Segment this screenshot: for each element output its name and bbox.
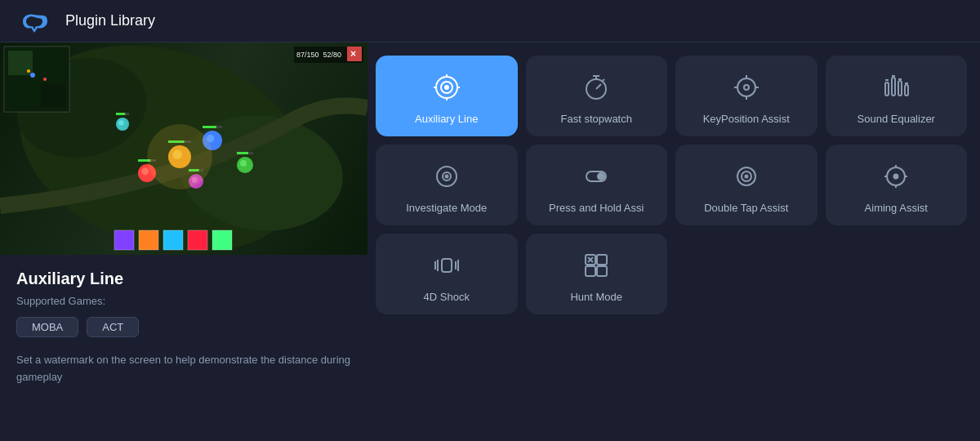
auxiliary-line-icon <box>430 70 464 105</box>
plugin-card-4d-shock[interactable]: 4D Shock <box>376 234 518 314</box>
plugin-card-hunt-mode[interactable]: Hunt Mode <box>526 234 668 314</box>
plugin-card-fast-stopwatch[interactable]: Fast stopwatch <box>526 56 668 136</box>
plugin-card-double-tap-assist[interactable]: Double Tap Assist <box>675 145 817 225</box>
hunt-mode-label: Hunt Mode <box>534 291 660 303</box>
svg-point-39 <box>894 175 898 179</box>
grid-row-2: 4D Shock Hunt Mode <box>376 234 967 314</box>
sound-equalizer-icon <box>879 70 913 105</box>
plugin-card-keyposition-assist[interactable]: KeyPosition Assist <box>675 56 817 136</box>
plugin-card-sound-equalizer[interactable]: Sound Equalizer <box>826 56 968 136</box>
4d-shock-icon <box>430 248 464 283</box>
game-canvas <box>0 42 368 255</box>
plugin-card-auxiliary-line[interactable]: Auxiliary Line <box>376 56 518 136</box>
page-title: Plugin Library <box>65 12 155 29</box>
svg-point-33 <box>745 176 747 178</box>
auxiliary-line-label: Auxiliary Line <box>384 113 510 125</box>
plugin-description: Set a watermark on the screen to help de… <box>16 352 351 386</box>
sound-equalizer-label: Sound Equalizer <box>834 113 960 125</box>
main-content: Auxiliary Line Supported Games: MOBA ACT… <box>0 42 980 441</box>
empty-slot-2-2 <box>675 234 817 314</box>
svg-rect-20 <box>898 81 902 96</box>
tag-moba[interactable]: MOBA <box>16 317 78 337</box>
svg-rect-19 <box>892 78 895 96</box>
keyposition-assist-icon <box>729 70 764 105</box>
plugin-card-investigate-mode[interactable]: Investigate Mode <box>376 145 518 225</box>
supported-label: Supported Games: <box>16 295 351 307</box>
plugin-card-aiming-assist[interactable]: Aiming Assist <box>826 145 968 225</box>
aiming-assist-label: Aiming Assist <box>834 202 960 214</box>
svg-point-30 <box>598 173 604 180</box>
grid-row-0: Auxiliary Line Fast stopwatch KeyPositio… <box>376 56 967 136</box>
game-preview <box>0 42 368 255</box>
logo <box>16 7 52 36</box>
svg-point-28 <box>445 176 448 178</box>
tag-act[interactable]: ACT <box>87 317 139 337</box>
plugin-grid: Auxiliary Line Fast stopwatch KeyPositio… <box>368 42 980 441</box>
svg-rect-21 <box>905 85 908 96</box>
svg-rect-47 <box>586 266 595 276</box>
plugin-info: Auxiliary Line Supported Games: MOBA ACT… <box>0 255 368 401</box>
svg-rect-40 <box>442 259 452 272</box>
svg-rect-46 <box>597 255 607 265</box>
keyposition-assist-label: KeyPosition Assist <box>684 113 809 125</box>
plugin-card-press-hold-assist[interactable]: Press and Hold Assi <box>526 145 668 225</box>
svg-point-17 <box>744 85 749 90</box>
press-hold-assist-label: Press and Hold Assi <box>534 202 660 214</box>
double-tap-assist-label: Double Tap Assist <box>684 202 809 214</box>
fast-stopwatch-label: Fast stopwatch <box>534 113 660 125</box>
plugin-name: Auxiliary Line <box>16 270 351 288</box>
hunt-mode-icon <box>579 248 613 283</box>
game-tags: MOBA ACT <box>16 317 351 337</box>
press-hold-assist-icon <box>579 159 613 194</box>
4d-shock-label: 4D Shock <box>384 291 510 303</box>
left-panel: Auxiliary Line Supported Games: MOBA ACT… <box>0 42 368 441</box>
svg-point-2 <box>445 86 448 89</box>
investigate-mode-label: Investigate Mode <box>384 202 510 214</box>
header: Plugin Library <box>0 0 980 42</box>
svg-line-11 <box>603 79 604 81</box>
aiming-assist-icon <box>879 159 913 194</box>
svg-point-12 <box>737 78 755 96</box>
fast-stopwatch-icon <box>579 70 613 105</box>
svg-rect-48 <box>597 266 607 276</box>
empty-slot-2-3 <box>826 234 968 314</box>
investigate-mode-icon <box>430 159 464 194</box>
double-tap-assist-icon <box>729 159 764 194</box>
svg-line-10 <box>596 84 601 89</box>
grid-row-1: Investigate Mode Press and Hold Assi Dou… <box>376 145 967 225</box>
svg-rect-18 <box>885 82 889 96</box>
